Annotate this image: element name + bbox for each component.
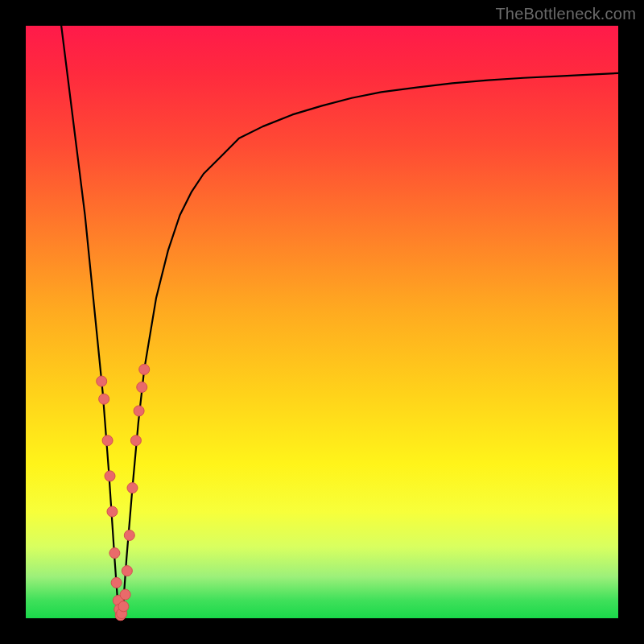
plot-area xyxy=(26,26,618,618)
data-point xyxy=(105,471,115,481)
data-point xyxy=(122,566,132,576)
watermark-text: TheBottleneck.com xyxy=(495,5,636,23)
data-point xyxy=(111,577,122,588)
data-point xyxy=(99,394,109,404)
data-point xyxy=(109,548,120,559)
bottleneck-curve xyxy=(61,26,618,618)
chart-svg xyxy=(26,26,618,618)
chart-frame: TheBottleneck.com xyxy=(0,0,644,644)
data-point xyxy=(130,436,141,446)
data-point xyxy=(127,483,138,493)
data-point xyxy=(107,506,118,517)
data-point xyxy=(102,436,113,446)
data-point xyxy=(120,589,130,600)
data-point xyxy=(118,601,129,612)
scatter-points xyxy=(97,364,150,620)
data-point xyxy=(124,530,134,540)
data-point xyxy=(139,364,150,374)
data-point xyxy=(97,376,107,386)
data-point xyxy=(134,406,144,416)
data-point xyxy=(137,382,147,392)
